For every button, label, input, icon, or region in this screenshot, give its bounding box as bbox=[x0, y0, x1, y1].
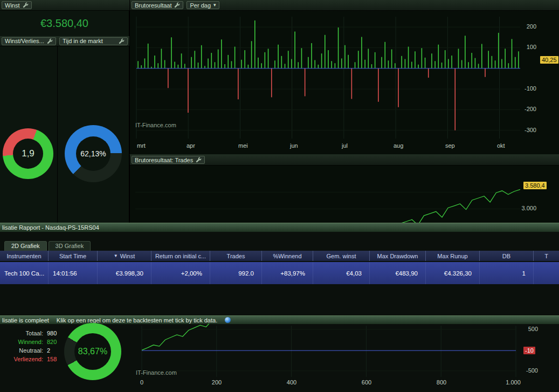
y-axis-label: -300 bbox=[516, 127, 536, 133]
month-label: apr bbox=[187, 142, 195, 149]
col-trades[interactable]: Trades bbox=[210, 251, 262, 261]
winloss-title: Winst/Verlies... bbox=[5, 38, 44, 44]
time-in-market-header: Tijd in de markt bbox=[58, 36, 129, 46]
optimization-status: lisatie is compleet bbox=[2, 317, 49, 324]
col-start-time[interactable]: Start Time bbox=[49, 251, 98, 261]
y-axis-label: 200 bbox=[516, 23, 536, 30]
col-label: Return on initial c... bbox=[155, 253, 206, 259]
stat-label: Winnend: bbox=[3, 339, 43, 345]
stat-totaal: Totaal: 980 bbox=[3, 329, 79, 338]
daily-result-panel: Brutoresultaat Per dag ▾ 200 100 40,25 -… bbox=[129, 0, 559, 155]
col-label: DB bbox=[502, 253, 510, 259]
win-rate-pct: 83,67% bbox=[78, 347, 107, 356]
blue-ball-icon bbox=[225, 317, 231, 323]
month-label: sep bbox=[445, 142, 455, 149]
equity-per-trade-chart[interactable] bbox=[135, 324, 523, 379]
col-winst[interactable]: ▼Winst bbox=[98, 251, 151, 261]
x-axis-label: 800 bbox=[437, 379, 446, 386]
chevron-down-icon: ▾ bbox=[213, 3, 216, 8]
trades-result-header: Brutoresultaat: Trades bbox=[130, 155, 559, 166]
col-pct-winnend[interactable]: %Winnend bbox=[262, 251, 313, 261]
col-label: T bbox=[544, 253, 548, 259]
winloss-donut: 1,9 bbox=[3, 128, 53, 179]
cell-pct-winnend: +83,97% bbox=[262, 262, 313, 284]
watermark: IT-Finance.com bbox=[136, 369, 177, 376]
winst-title: Winst bbox=[5, 2, 20, 9]
month-label: jun bbox=[290, 142, 298, 149]
cell-start-time: 14:01:56 bbox=[49, 262, 98, 284]
daily-bars-chart[interactable] bbox=[130, 11, 559, 142]
report-titlebar: lisatie Rapport - Nasdaq-PS-15RS04 bbox=[0, 223, 559, 232]
col-max-runup[interactable]: Max Runup bbox=[426, 251, 480, 261]
last-value-badge: 40,25 bbox=[540, 56, 558, 64]
x-axis-label: 1.000 bbox=[506, 379, 521, 386]
stat-value: 158 bbox=[47, 356, 57, 362]
sort-desc-icon: ▼ bbox=[114, 253, 118, 258]
month-label: jul bbox=[342, 142, 348, 149]
col-instrumenten[interactable]: Instrumenten bbox=[0, 251, 49, 261]
col-label: %Winnend bbox=[273, 253, 301, 259]
time-in-market-gauge: 62,13% bbox=[65, 125, 122, 182]
col-label: Instrumenten bbox=[6, 253, 41, 259]
trades-result-title: Brutoresultaat: Trades bbox=[135, 157, 193, 163]
daily-result-title: Brutoresultaat bbox=[135, 2, 171, 9]
report-table-header: Instrumenten Start Time ▼Winst Return on… bbox=[0, 251, 559, 261]
time-in-market-title: Tijd in de markt bbox=[63, 38, 116, 44]
winloss-title-chip: Winst/Verlies... bbox=[2, 37, 56, 45]
y-axis-label: -100 bbox=[516, 85, 536, 92]
report-table-row[interactable]: Tech 100 Ca... 14:01:56 €3.998,30 +2,00%… bbox=[0, 262, 559, 284]
trades-result-title-chip: Brutoresultaat: Trades bbox=[132, 156, 205, 164]
period-dropdown[interactable]: Per dag ▾ bbox=[187, 1, 219, 9]
col-label: Winst bbox=[120, 253, 135, 259]
settings-wrench-icon[interactable] bbox=[196, 157, 202, 163]
col-max-drawdown[interactable]: Max Drawdown bbox=[370, 251, 426, 261]
stat-value: 2 bbox=[47, 347, 50, 354]
col-label: Trades bbox=[227, 253, 245, 259]
col-db[interactable]: DB bbox=[480, 251, 534, 261]
stat-value: 980 bbox=[47, 330, 57, 336]
cell-max-runup: €4.326,30 bbox=[426, 262, 480, 284]
cell-return-initial: +2,00% bbox=[151, 262, 210, 284]
trading-app-screen: Winst €3.580,40 Winst/Verlies... 1,9 Tij… bbox=[0, 0, 559, 392]
winst-title-chip: Winst bbox=[2, 1, 32, 9]
equity-curve-chart[interactable] bbox=[130, 166, 559, 223]
x-axis-label: 600 bbox=[362, 379, 371, 386]
report-tabs: 2D Grafiek 3D Grafiek bbox=[4, 241, 91, 251]
col-label: Max Drawdown bbox=[377, 253, 418, 259]
cell-winst: €3.998,30 bbox=[98, 262, 151, 284]
winst-panel-header: Winst bbox=[0, 0, 129, 11]
win-rate-donut: 83,67% bbox=[64, 323, 121, 380]
winloss-panel-header: Winst/Verlies... bbox=[0, 36, 58, 46]
tab-3d-grafiek[interactable]: 3D Grafiek bbox=[49, 241, 91, 251]
daily-result-header: Brutoresultaat Per dag ▾ bbox=[130, 0, 559, 11]
month-label: aug bbox=[394, 142, 403, 149]
stat-value: 820 bbox=[47, 339, 57, 345]
daily-result-title-chip: Brutoresultaat bbox=[132, 1, 183, 9]
time-in-market-title-chip: Tijd in de markt bbox=[59, 37, 128, 45]
tab-2d-grafiek[interactable]: 2D Grafiek bbox=[4, 241, 47, 251]
col-t[interactable]: T bbox=[534, 251, 559, 261]
bottom-titlebar: lisatie is compleet Klik op een regel om… bbox=[0, 315, 559, 324]
cell-db: 1 bbox=[480, 262, 534, 284]
col-return-initial[interactable]: Return on initial c... bbox=[151, 251, 210, 261]
trades-result-panel: Brutoresultaat: Trades 3.580,4 3.000 bbox=[129, 155, 559, 223]
period-dropdown-label: Per dag bbox=[190, 2, 211, 9]
report-title: lisatie Rapport - Nasdaq-PS-15RS04 bbox=[2, 224, 99, 231]
y-axis-label: 500 bbox=[517, 326, 538, 332]
col-gem-winst[interactable]: Gem. winst bbox=[313, 251, 370, 261]
winst-value: €3.580,40 bbox=[0, 17, 129, 30]
settings-wrench-icon[interactable] bbox=[174, 2, 180, 8]
x-axis-label: 200 bbox=[212, 379, 222, 386]
y-axis-label: -200 bbox=[516, 106, 536, 112]
settings-wrench-icon[interactable] bbox=[119, 38, 125, 44]
time-in-market-pct: 62,13% bbox=[80, 149, 106, 158]
y-axis-label: 3.000 bbox=[516, 205, 536, 211]
x-axis-label: 0 bbox=[140, 379, 143, 386]
settings-wrench-icon[interactable] bbox=[47, 38, 53, 44]
y-axis-label: -500 bbox=[515, 367, 538, 374]
cell-gem-winst: €4,03 bbox=[313, 262, 370, 284]
cell-trades: 992.0 bbox=[210, 262, 262, 284]
col-label: Max Runup bbox=[437, 253, 467, 259]
time-in-market-panel: Tijd in de markt 62,13% bbox=[58, 36, 129, 223]
settings-wrench-icon[interactable] bbox=[23, 2, 29, 8]
